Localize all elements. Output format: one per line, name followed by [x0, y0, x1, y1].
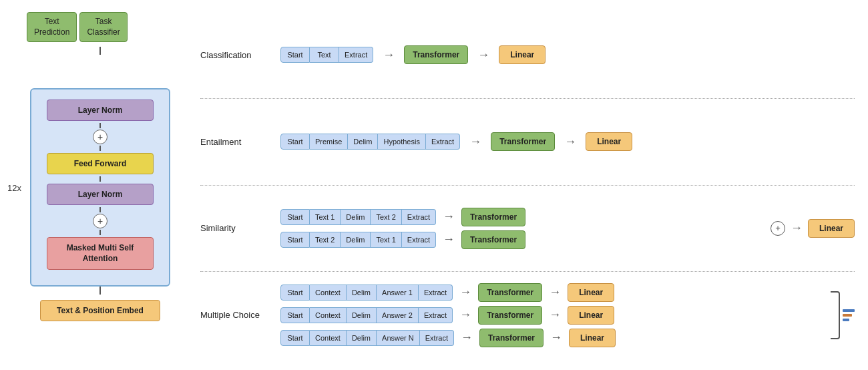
linear-sim: Linear [808, 219, 855, 238]
arrow-cls-1: → [383, 48, 395, 62]
sim-plus-circle: + [771, 221, 785, 236]
token-start: Start [280, 285, 310, 301]
layer-norm-top: Layer Norm [47, 100, 154, 121]
token-delim: Delim [347, 285, 377, 301]
arrow-mc-3: → [461, 331, 473, 345]
token-start: Start [280, 307, 310, 323]
feed-forward-box: Feed Forward [47, 153, 154, 174]
arrow-sim-2: → [443, 232, 455, 246]
plus-circle-bottom: + [93, 214, 107, 228]
mc-sub-1: Start Context Delim Answer 1 Extract → T… [280, 283, 821, 302]
token-extract: Extract [402, 232, 436, 248]
sim-merge: + → Linear [771, 219, 855, 238]
mc-tokens-1: Start Context Delim Answer 1 Extract [280, 285, 453, 301]
conn5 [99, 230, 101, 235]
conn1 [99, 123, 101, 128]
token-extract: Extract [420, 330, 454, 346]
token-text1: Text 1 [310, 209, 341, 225]
similarity-group: Start Text 1 Delim Text 2 Extract → Tran… [280, 208, 760, 249]
token-text2: Text 2 [371, 209, 401, 225]
token-context: Context [310, 285, 347, 301]
connector-arrow-bottom [99, 287, 101, 295]
mc-merge-container [831, 291, 855, 339]
token-extract: Extract [419, 307, 453, 323]
token-delim: Delim [348, 134, 378, 150]
right-panel: Classification Start Text Extract → Tran… [194, 7, 861, 363]
entailment-row: Entailment Start Premise Delim Hypothesi… [200, 99, 855, 186]
token-context: Context [310, 330, 347, 346]
similarity-sub-1: Start Text 1 Delim Text 2 Extract → Tran… [280, 208, 760, 226]
similarity-sub-2: Start Text 2 Delim Text 1 Extract → Tran… [280, 230, 760, 249]
linear-ent: Linear [586, 132, 632, 151]
output-boxes: TextPrediction TaskClassifier [27, 12, 128, 42]
arrow-mc-2: → [459, 308, 471, 322]
task-classifier-box: TaskClassifier [79, 12, 127, 42]
mc-tokens-2: Start Context Delim Answer 2 Extract [280, 307, 453, 323]
transformer-mc-1: Transformer [478, 283, 542, 302]
token-start: Start [280, 209, 310, 225]
conn4 [99, 207, 101, 212]
mc-bracket [831, 291, 840, 339]
multiple-choice-row: Multiple Choice Start Context Delim Answ… [200, 272, 855, 358]
linear-cls: Linear [499, 45, 546, 64]
left-panel: TextPrediction TaskClassifier 12x Layer … [7, 7, 194, 363]
transformer-mc-2: Transformer [478, 306, 542, 325]
token-answer1: Answer 1 [377, 285, 419, 301]
text-embed-box: Text & Position Embed [40, 300, 160, 321]
token-extract: Extract [426, 134, 460, 150]
conn2 [99, 146, 101, 151]
transformer-cls: Transformer [404, 45, 468, 64]
token-context: Context [310, 307, 347, 323]
mc-sub-3: Start Context Delim Answer N Extract → T… [280, 329, 821, 347]
token-start: Start [280, 232, 310, 248]
sim-tokens-1: Start Text 1 Delim Text 2 Extract [280, 209, 436, 225]
classification-row: Classification Start Text Extract → Tran… [200, 12, 855, 99]
sim-tokens-2: Start Text 2 Delim Text 1 Extract [280, 232, 436, 248]
token-text1: Text 1 [371, 232, 401, 248]
connector-arrow-top [99, 47, 101, 55]
token-delim: Delim [347, 330, 377, 346]
linear-mc-1: Linear [568, 283, 614, 302]
arrow-sim-merge: → [791, 221, 803, 235]
token-extract: Extract [339, 47, 373, 63]
linear-mc-2: Linear [568, 306, 614, 325]
arrow-cls-2: → [477, 48, 489, 62]
linear-mc-3: Linear [569, 329, 616, 347]
classification-label: Classification [200, 50, 274, 60]
token-text2: Text 2 [310, 232, 341, 248]
token-hypothesis: Hypothesis [378, 134, 425, 150]
similarity-label: Similarity [200, 223, 274, 233]
token-extract: Extract [419, 285, 453, 301]
mc-tokens-3: Start Context Delim Answer N Extract [280, 330, 454, 346]
similarity-row: Similarity Start Text 1 Delim Text 2 Ext… [200, 186, 855, 272]
token-text: Text [310, 47, 339, 63]
token-answer2: Answer 2 [377, 307, 419, 323]
masked-attention-box: Masked Multi Self Attention [47, 237, 154, 270]
arrow-mc-1: → [459, 285, 471, 299]
token-delim: Delim [341, 209, 371, 225]
transformer-sim-1: Transformer [461, 208, 525, 226]
conn3 [99, 176, 101, 182]
layer-norm-bottom: Layer Norm [47, 184, 154, 205]
entailment-label: Entailment [200, 137, 274, 147]
transformer-sim-2: Transformer [461, 230, 525, 249]
arrow-ent-2: → [564, 135, 576, 149]
token-premise: Premise [310, 134, 348, 150]
arrow-mc-l1: → [549, 285, 561, 299]
arrow-mc-l2: → [549, 308, 561, 322]
transformer-mc-3: Transformer [479, 329, 544, 347]
token-start: Start [280, 47, 310, 63]
classification-tokens: Start Text Extract [280, 47, 373, 63]
token-answern: Answer N [377, 330, 420, 346]
token-delim: Delim [341, 232, 371, 248]
token-delim: Delim [347, 307, 377, 323]
arrow-ent-1: → [469, 135, 481, 149]
stack-line-2 [843, 314, 852, 317]
token-extract: Extract [402, 209, 436, 225]
mc-sub-2: Start Context Delim Answer 2 Extract → T… [280, 306, 821, 325]
plus-circle-top: + [93, 130, 107, 144]
transformer-block: 12x Layer Norm + Feed Forward Layer No [30, 88, 170, 287]
token-start: Start [280, 330, 310, 346]
text-prediction-box: TextPrediction [27, 12, 77, 42]
token-start: Start [280, 134, 310, 150]
